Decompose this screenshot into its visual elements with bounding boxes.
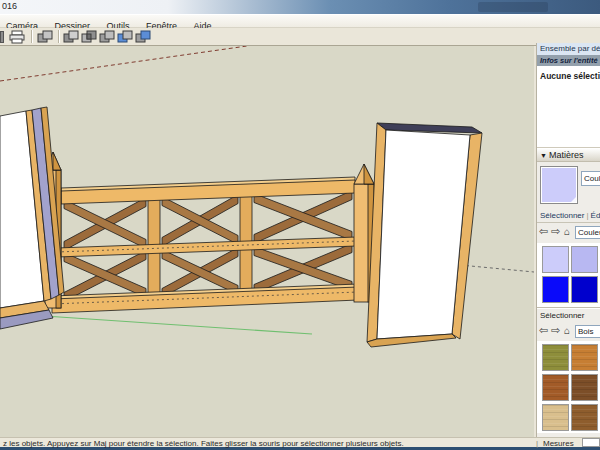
collection-dropdown-bois[interactable]: Bois xyxy=(575,325,600,338)
title-bar: 016 xyxy=(0,0,600,14)
panel-right[interactable] xyxy=(367,123,482,347)
forward-arrow-icon[interactable]: ⇨ xyxy=(551,324,560,337)
materials-nav: ⇦ ⇨ ⌂ Couleu xyxy=(537,225,600,242)
materials2-nav: ⇦ ⇨ ⌂ Bois xyxy=(537,324,600,341)
swatch-periwinkle-light[interactable] xyxy=(542,246,569,273)
entity-info-body: Aucune sélection xyxy=(537,66,600,148)
measures-label: Mesures xyxy=(543,439,574,448)
collapse-triangle-icon: ▼ xyxy=(540,152,547,159)
sketchup-window: 016 Caméra Dessiner Outils Fenêtre Aide xyxy=(0,0,600,450)
swatch-blue[interactable] xyxy=(542,276,569,303)
entity-info-header[interactable]: Infos sur l'entité xyxy=(537,55,600,66)
toolbar xyxy=(0,28,600,46)
panel-divider xyxy=(537,307,600,309)
solid-trim-icon[interactable] xyxy=(135,30,151,44)
toolbar-separator xyxy=(31,30,32,43)
color-swatch-grid xyxy=(537,243,600,307)
swatch-bois-olive[interactable] xyxy=(542,344,569,371)
wood-swatch-grid xyxy=(537,341,600,433)
toolbar-separator xyxy=(58,30,59,43)
solid-union-icon[interactable] xyxy=(99,30,115,44)
back-arrow-icon[interactable]: ⇦ xyxy=(539,324,548,337)
collection-dropdown[interactable]: Couleu xyxy=(575,226,600,239)
fence-model[interactable] xyxy=(52,177,358,313)
solid-intersect-icon[interactable] xyxy=(81,30,97,44)
swatch-bois-brun-fonce[interactable] xyxy=(571,374,598,401)
window-title: 016 xyxy=(2,1,17,11)
status-message: z les objets. Appuyez sur Maj pour étend… xyxy=(3,439,404,448)
background-window-artifact xyxy=(478,2,548,12)
selection-status: Aucune sélection xyxy=(537,66,600,81)
default-tray: Ensemble par défaut Infos sur l'entité A… xyxy=(536,43,600,437)
copy-solid-icon[interactable] xyxy=(37,30,53,44)
viewport-3d[interactable] xyxy=(0,46,534,437)
swatch-bois-rougeatre[interactable] xyxy=(542,374,569,401)
gray-axis-dashed xyxy=(460,265,534,272)
tab-selectionner[interactable]: Sélectionner xyxy=(540,211,584,220)
material-preview-swatch[interactable] xyxy=(540,166,578,204)
swatch-bois-orange[interactable] xyxy=(571,344,598,371)
swatch-bois-fonce[interactable] xyxy=(571,404,598,431)
solid-subtract-icon[interactable] xyxy=(117,30,133,44)
print-icon[interactable] xyxy=(9,30,25,44)
measures-input[interactable] xyxy=(582,438,600,447)
forward-arrow-icon[interactable]: ⇨ xyxy=(551,225,560,238)
material-name-box[interactable]: Couleu xyxy=(581,171,600,186)
swatch-periwinkle[interactable] xyxy=(571,246,598,273)
status-separator: | xyxy=(536,439,538,448)
back-arrow-icon[interactable]: ⇦ xyxy=(539,225,548,238)
tab-edition[interactable]: Édition xyxy=(591,211,600,220)
home-icon[interactable]: ⌂ xyxy=(564,226,570,237)
tray-title: Ensemble par défaut xyxy=(537,43,600,55)
status-bar: z les objets. Appuyez sur Maj pour étend… xyxy=(0,437,600,450)
solid-outer-shell-icon[interactable] xyxy=(63,30,79,44)
menu-bar: Caméra Dessiner Outils Fenêtre Aide xyxy=(0,14,600,28)
partial-toolbar-icon[interactable] xyxy=(0,31,4,43)
panel-left[interactable] xyxy=(0,107,64,329)
home-icon[interactable]: ⌂ xyxy=(564,325,570,336)
swatch-blue-dark[interactable] xyxy=(571,276,598,303)
swatch-bois-clair[interactable] xyxy=(542,404,569,431)
fold-corner-icon xyxy=(570,196,577,203)
materials2-header[interactable]: Sélectionner xyxy=(537,310,600,322)
red-axis-dashed xyxy=(0,46,247,81)
materials-header[interactable]: ▼Matières xyxy=(537,148,600,162)
materials-tabs: Sélectionner|Édition xyxy=(537,208,600,223)
